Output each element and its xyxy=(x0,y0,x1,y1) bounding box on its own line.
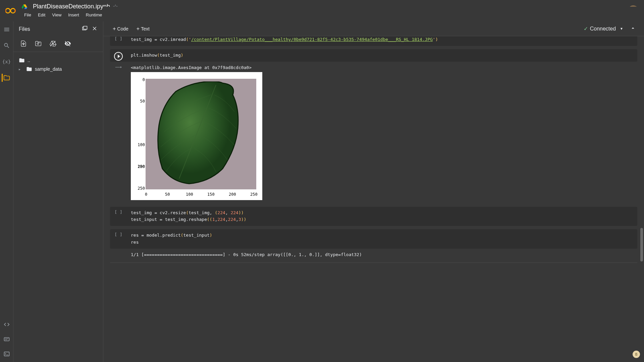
notebook-area[interactable]: [ ] test_img = cv2.imread('/content/Plan… xyxy=(103,7,644,362)
tree-sample-data[interactable]: ▸ sample_data xyxy=(19,65,98,73)
code-cell[interactable]: [ ] test_img = cv2.resize(test_img, (224… xyxy=(110,207,637,226)
search-icon[interactable] xyxy=(3,42,11,50)
dropdown-icon[interactable]: ▼ xyxy=(620,27,623,31)
svg-point-0 xyxy=(6,8,10,13)
files-title: Files xyxy=(19,26,79,32)
menu-view[interactable]: View xyxy=(49,11,64,19)
run-button[interactable] xyxy=(114,52,123,61)
plot-image: 0 50 100 150 200 250 .y-tick:nth-of-type… xyxy=(131,72,262,200)
tree-sample-data-label: sample_data xyxy=(35,66,62,72)
x-tick-label: 150 xyxy=(207,191,215,197)
cell-content[interactable]: res = model.predict(test_input) res xyxy=(127,229,637,249)
code-cell[interactable]: [ ] res = model.predict(test_input) res … xyxy=(110,229,637,259)
cell-gutter[interactable]: [ ] xyxy=(110,229,127,249)
svg-point-1 xyxy=(11,8,15,13)
x-tick-label: 50 xyxy=(165,191,170,197)
output-arrow-icon[interactable]: ⟶ xyxy=(115,64,122,203)
svg-rect-5 xyxy=(84,26,87,29)
connected-label: Connected xyxy=(590,26,616,32)
menu-insert[interactable]: Insert xyxy=(65,11,82,19)
doc-title[interactable]: PlantDiseaseDetection.ipynb xyxy=(33,3,110,10)
colab-logo[interactable] xyxy=(5,7,17,15)
new-window-icon[interactable] xyxy=(82,25,88,33)
close-icon[interactable] xyxy=(92,25,98,33)
y-tick-label: 250 xyxy=(138,185,145,191)
code-cell[interactable]: plt.imshow(test_img) ⟶ <matplotlib.image… xyxy=(110,49,637,203)
x-tick-label: 200 xyxy=(229,191,236,197)
variables-icon[interactable]: {x} xyxy=(3,58,11,66)
scrollbar-thumb[interactable] xyxy=(640,228,643,261)
check-icon: ✓ xyxy=(584,25,588,32)
x-tick-label: 250 xyxy=(250,191,258,197)
files-icon[interactable] xyxy=(2,74,11,82)
y-tick-label: 50 xyxy=(138,98,145,104)
svg-rect-3 xyxy=(4,352,9,356)
cell-gutter[interactable]: [ ] xyxy=(110,207,127,226)
upload-icon[interactable] xyxy=(20,40,27,48)
tree-parent[interactable]: .. xyxy=(19,56,98,65)
y-tick-label: 200 xyxy=(138,164,145,170)
tree-parent-label: .. xyxy=(28,58,30,63)
output-repr: <matplotlib.image.AxesImage at 0x7f9ad8c… xyxy=(131,64,633,71)
svg-rect-2 xyxy=(4,338,9,341)
y-tick-label: 0 xyxy=(138,77,145,83)
refresh-icon[interactable] xyxy=(35,40,42,48)
cell-content[interactable]: test_img = cv2.resize(test_img, (224, 22… xyxy=(127,207,637,226)
drive-icon xyxy=(21,4,28,10)
connection-status[interactable]: ✓ Connected ▼ xyxy=(584,25,623,32)
output-content: 1/1 [==============================] - 0… xyxy=(127,250,637,259)
menu-runtime[interactable]: Runtime xyxy=(83,11,105,19)
command-palette-icon[interactable] xyxy=(3,335,11,343)
hidden-icon[interactable] xyxy=(64,40,71,48)
menu-file[interactable]: File xyxy=(21,11,34,19)
menu-edit[interactable]: Edit xyxy=(35,11,48,19)
code-snippets-icon[interactable] xyxy=(3,320,11,328)
cell-gutter[interactable] xyxy=(110,49,127,62)
x-tick-label: 100 xyxy=(186,191,193,197)
collapse-toolbar-icon[interactable] xyxy=(627,24,639,34)
toc-icon[interactable] xyxy=(3,25,11,34)
output-line: array([[0., 1., 0.]], dtype=float32) xyxy=(267,252,362,257)
terminal-icon[interactable] xyxy=(3,350,11,358)
add-text-label: Text xyxy=(141,26,150,32)
y-tick-label: 100 xyxy=(138,142,145,148)
output-line: 1/1 [==============================] - 0… xyxy=(131,252,265,257)
add-text-button[interactable]: +Text xyxy=(132,24,154,34)
x-tick-label: 0 xyxy=(145,191,147,197)
cell-content[interactable]: plt.imshow(test_img) xyxy=(127,49,637,62)
colab-badge[interactable]: B xyxy=(633,351,640,358)
add-code-button[interactable]: +Code xyxy=(109,24,132,34)
add-code-label: Code xyxy=(117,26,128,32)
mount-drive-icon[interactable] xyxy=(50,40,56,48)
output-content: <matplotlib.image.AxesImage at 0x7f9ad8c… xyxy=(127,63,637,203)
